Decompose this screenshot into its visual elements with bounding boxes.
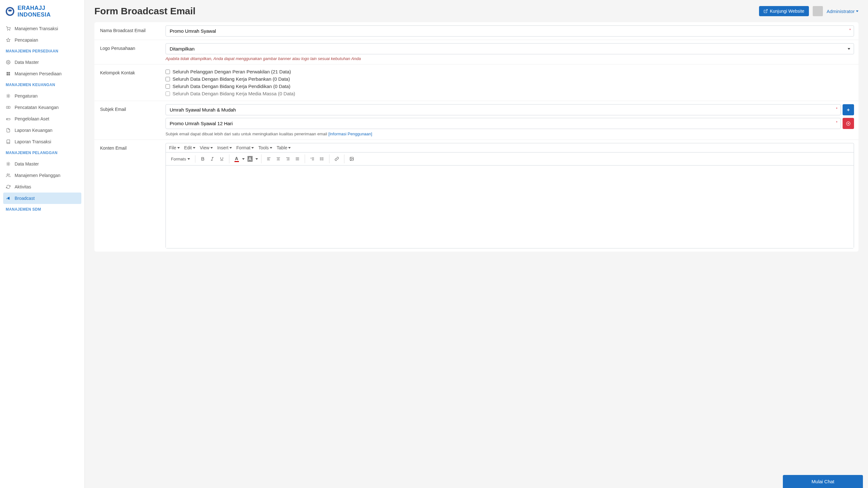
text-color-button[interactable]: A [232,154,242,163]
sidebar-item-pengaturan[interactable]: Pengaturan [0,90,85,102]
sidebar-item-aktivitas[interactable]: Aktivitas [0,181,85,192]
avatar[interactable] [813,6,823,16]
sidebar-item-broadcast[interactable]: Broadcast [3,192,81,204]
image-button[interactable] [347,154,356,163]
svg-point-3 [8,62,9,63]
underline-button[interactable] [217,154,226,163]
sidebar-item-label: Laporan Transaksi [14,139,51,144]
text-color-dropdown[interactable] [242,154,245,163]
sidebar-item-data-master-1[interactable]: Data Master [0,57,85,68]
unordered-list-button[interactable] [317,154,327,163]
editor-menu-tools[interactable]: Tools [258,145,272,150]
align-left-icon [267,157,271,161]
kelompok-kontak-item[interactable]: Seluruh Data Dengan Bidang Kerja Media M… [165,91,854,96]
main-content: Form Broadcast Email Kunjungi Website Ad… [85,0,868,488]
link-icon [335,157,339,161]
align-left-button[interactable] [264,154,274,163]
editor-menu-insert[interactable]: Insert [217,145,232,150]
svg-point-10 [8,107,9,108]
sidebar-item-manajemen-pelanggan[interactable]: Manajemen Pelanggan [0,170,85,181]
underline-icon [220,157,224,161]
svg-point-43 [320,158,320,158]
text-color-icon: A [235,156,239,162]
align-right-button[interactable] [283,154,292,163]
chevron-down-icon [288,147,291,149]
sidebar-item-label: Data Master [14,60,39,65]
kelompok-kontak-item[interactable]: Seluruh Pelanggan Dengan Peran Perwakila… [165,69,854,74]
sidebar-item-data-master-2[interactable]: Data Master [0,158,85,170]
link-button[interactable] [332,154,342,163]
sidebar-header: ERAHAJJ INDONESIA [0,0,85,23]
align-right-icon [286,157,290,161]
sidebar-item-laporan-transaksi[interactable]: Laporan Transaksi [0,136,85,147]
money-icon [6,105,11,110]
editor-content-area[interactable] [166,165,854,248]
sidebar-item-pencatatan-keuangan[interactable]: Pencatatan Keuangan [0,102,85,113]
subjek-email-input-2[interactable] [165,118,841,129]
logo-perusahaan-label: Logo Perusahaan [94,40,161,64]
admin-menu[interactable]: Administrator [827,8,859,14]
visit-website-button[interactable]: Kunjungi Website [759,6,809,16]
logo-perusahaan-select[interactable]: Ditampilkan [165,43,854,54]
add-subject-button[interactable] [843,104,854,115]
brand-title: ERAHAJJ INDONESIA [18,5,79,18]
sidebar-item-pencapaian[interactable]: Pencapaian [0,34,85,46]
sidebar-item-pengelolaan-aset[interactable]: Pengelolaan Aset [0,113,85,125]
chevron-down-icon [187,158,190,160]
book-icon [6,139,11,144]
svg-rect-6 [7,74,8,75]
mulai-chat-button[interactable]: Mulai Chat [783,475,863,488]
subjek-email-input-1[interactable] [165,104,841,115]
svg-rect-4 [7,72,8,74]
checkbox[interactable] [165,69,170,74]
editor-menu-format[interactable]: Format [237,145,254,150]
sidebar: ERAHAJJ INDONESIA Manajemen Transaksi Pe… [0,0,85,488]
formats-dropdown[interactable]: Formats [168,155,192,163]
chevron-down-icon [270,147,272,149]
required-mark: * [836,120,837,125]
editor-menu-table[interactable]: Table [277,145,291,150]
svg-point-44 [320,158,320,159]
sidebar-item-manajemen-persediaan[interactable]: Manajemen Persediaan [0,68,85,80]
remove-subject-button[interactable] [843,118,854,129]
nav-section-title: MANAJEMEN PERSEDIAAN [0,46,85,57]
sidebar-item-laporan-keuangan[interactable]: Laporan Keuangan [0,125,85,136]
bg-color-dropdown[interactable] [255,154,259,163]
star-icon [6,37,11,42]
image-icon [349,157,354,161]
bg-color-button[interactable]: A [245,154,255,163]
bold-icon [200,157,205,161]
sidebar-item-manajemen-transaksi[interactable]: Manajemen Transaksi [0,23,85,34]
align-justify-button[interactable] [292,154,302,163]
chevron-down-icon [229,147,232,149]
nav-section-title: MANAJEMEN PELANGGAN [0,147,85,158]
checkbox[interactable] [165,84,170,89]
chevron-down-icon [193,147,195,149]
italic-button[interactable] [208,154,217,163]
checkbox[interactable] [165,77,170,81]
informasi-penggunaan-link[interactable]: [Informasi Penggunaan] [328,131,372,136]
konten-email-label: Konten Email [94,140,161,252]
nama-broadcast-label: Nama Broadcast Email [94,22,161,40]
boxes-icon [6,71,11,76]
nama-broadcast-input[interactable] [165,25,854,36]
hdd-icon [6,116,11,121]
ordered-list-icon [310,157,314,161]
align-center-button[interactable] [274,154,283,163]
svg-point-8 [8,95,9,97]
editor-menu-file[interactable]: File [169,145,180,150]
checkbox[interactable] [165,92,170,96]
ordered-list-button[interactable] [308,154,317,163]
bold-button[interactable] [198,154,208,163]
editor-menu-edit[interactable]: Edit [184,145,195,150]
svg-point-14 [7,174,8,175]
kelompok-kontak-item[interactable]: Seluruh Data Dengan Bidang Kerja Perbank… [165,76,854,82]
svg-point-47 [351,158,351,158]
svg-line-15 [765,9,767,11]
required-mark: * [849,28,851,32]
svg-point-13 [8,163,9,164]
editor-menu-view[interactable]: View [200,145,213,150]
bg-color-icon: A [248,156,253,162]
kelompok-kontak-item[interactable]: Seluruh Data Dengan Bidang Kerja Pendidi… [165,84,854,89]
cog-icon [6,161,11,166]
